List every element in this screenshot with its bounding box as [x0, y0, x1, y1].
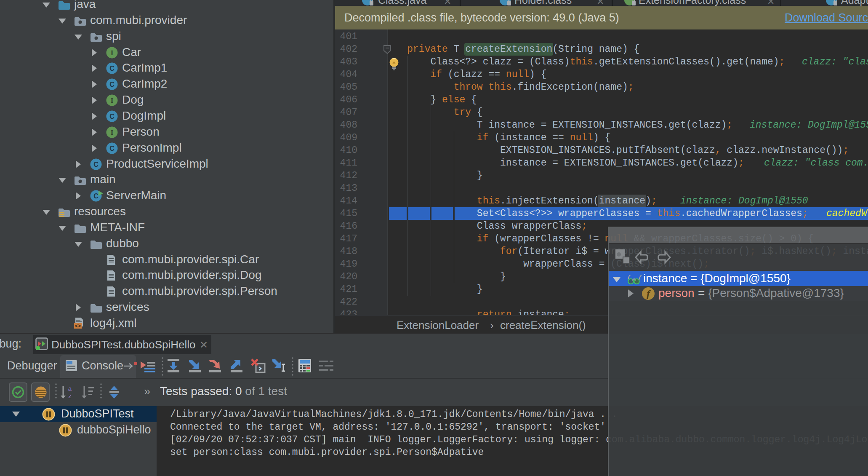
svg-text:z: z: [68, 392, 72, 399]
svg-text:I: I: [111, 96, 114, 104]
svg-text:C: C: [109, 65, 114, 72]
svg-text:C: C: [93, 193, 99, 200]
svg-text:a: a: [68, 385, 72, 392]
svg-text:I: I: [111, 128, 114, 136]
svg-text:C: C: [109, 81, 114, 88]
svg-text:C: C: [93, 161, 99, 168]
svg-text:I: I: [111, 49, 114, 57]
svg-text:C: C: [109, 145, 114, 152]
svg-text:<>: <>: [75, 324, 81, 329]
svg-text:C: C: [109, 113, 114, 120]
